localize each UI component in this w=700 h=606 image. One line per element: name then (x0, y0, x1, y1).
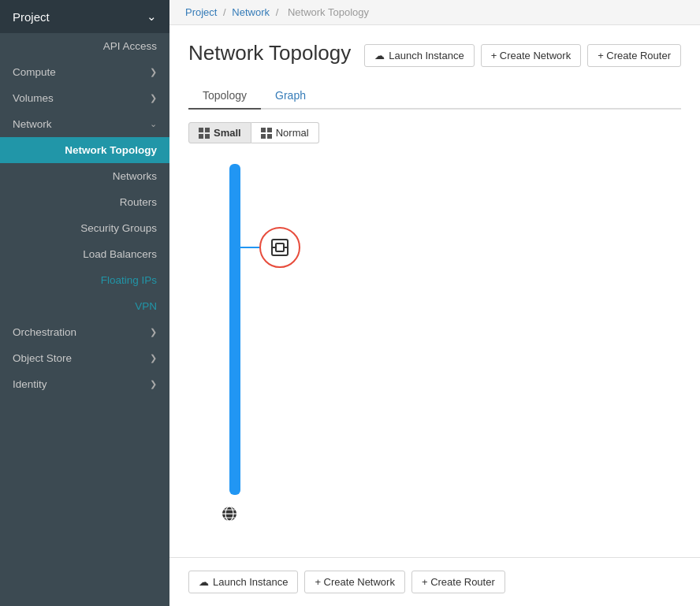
svg-rect-11 (276, 244, 284, 251)
globe-icon (222, 506, 237, 526)
sidebar: Project ⌄ API Access Compute ❯ Volumes ❯… (0, 0, 169, 606)
svg-rect-0 (199, 128, 203, 132)
svg-rect-7 (267, 134, 272, 139)
sidebar-project-chevron: ⌄ (147, 9, 157, 24)
size-small-button[interactable]: Small (188, 122, 251, 143)
sidebar-item-label: Orchestration (13, 326, 76, 338)
sidebar-project-label: Project (13, 10, 50, 24)
footer-launch-instance-button[interactable]: ☁ Launch Instance (188, 571, 298, 593)
page-title: Network Topology (188, 41, 351, 65)
chevron-right-icon: ❯ (150, 353, 157, 363)
svg-rect-3 (205, 134, 210, 139)
router-circle (259, 227, 300, 268)
chevron-right-icon: ❯ (150, 67, 157, 77)
grid-normal-icon (261, 128, 272, 139)
sidebar-item-label: Routers (120, 196, 157, 208)
svg-rect-6 (261, 134, 266, 139)
chevron-right-icon: ❯ (150, 379, 157, 389)
sidebar-item-label: Network (13, 118, 52, 130)
size-normal-button[interactable]: Normal (251, 122, 319, 143)
launch-instance-button[interactable]: ☁ Launch Instance (364, 44, 474, 67)
svg-rect-4 (261, 128, 266, 132)
svg-rect-5 (267, 128, 272, 132)
sidebar-item-label: Load Balancers (83, 248, 157, 260)
sidebar-item-load-balancers[interactable]: Load Balancers (0, 241, 169, 267)
sidebar-item-object-store[interactable]: Object Store ❯ (0, 345, 169, 371)
router-icon (269, 236, 291, 258)
svg-rect-2 (199, 134, 203, 139)
sidebar-item-vpn[interactable]: VPN (0, 293, 169, 319)
tabs-row: Topology Graph (188, 83, 681, 110)
sidebar-item-compute[interactable]: Compute ❯ (0, 59, 169, 85)
header-actions: ☁ Launch Instance + Create Network + Cre… (364, 41, 681, 67)
breadcrumb-project[interactable]: Project (185, 6, 217, 18)
topology-area: public (188, 156, 681, 541)
sidebar-item-identity[interactable]: Identity ❯ (0, 371, 169, 397)
sidebar-item-orchestration[interactable]: Orchestration ❯ (0, 319, 169, 345)
router-connector-line (229, 247, 259, 248)
cloud-upload-icon: ☁ (374, 50, 385, 61)
sidebar-item-routers[interactable]: Routers (0, 189, 169, 215)
create-router-button[interactable]: + Create Router (587, 44, 681, 67)
sidebar-item-label: API Access (103, 40, 157, 52)
footer-create-router-button[interactable]: + Create Router (411, 571, 505, 593)
network-bar: public (229, 164, 240, 495)
sidebar-item-api-access[interactable]: API Access (0, 33, 169, 59)
breadcrumb: Project / Network / Network Topology (169, 0, 700, 25)
breadcrumb-network[interactable]: Network (232, 6, 270, 18)
breadcrumb-sep1: / (223, 6, 226, 18)
breadcrumb-sep2: / (276, 6, 279, 18)
globe-svg (222, 506, 237, 522)
cloud-icon: ☁ (199, 576, 209, 588)
sidebar-item-label: Object Store (13, 352, 72, 364)
footer-actions: ☁ Launch Instance + Create Network + Cre… (169, 557, 700, 606)
network-label: public (266, 322, 277, 354)
sidebar-item-label: VPN (135, 300, 157, 312)
sidebar-item-floating-ips[interactable]: Floating IPs (0, 267, 169, 293)
breadcrumb-current: Network Topology (288, 6, 369, 18)
footer-create-network-button[interactable]: + Create Network (304, 571, 405, 593)
tab-graph[interactable]: Graph (261, 83, 320, 110)
sidebar-item-label: Volumes (13, 92, 54, 104)
chevron-right-icon: ❯ (150, 327, 157, 337)
tab-topology[interactable]: Topology (188, 83, 261, 110)
sidebar-item-label: Identity (13, 378, 47, 390)
content-area: Network Topology ☁ Launch Instance + Cre… (169, 25, 700, 557)
sidebar-item-label: Floating IPs (101, 274, 157, 286)
sidebar-item-label: Compute (13, 66, 56, 78)
main-content: Project / Network / Network Topology Net… (169, 0, 700, 606)
sidebar-item-volumes[interactable]: Volumes ❯ (0, 85, 169, 111)
sidebar-project-header[interactable]: Project ⌄ (0, 0, 169, 33)
router-node[interactable] (259, 227, 300, 268)
sidebar-item-networks[interactable]: Networks (0, 163, 169, 189)
chevron-down-icon: ⌄ (150, 119, 157, 129)
chevron-right-icon: ❯ (150, 93, 157, 103)
create-network-button[interactable]: + Create Network (481, 44, 582, 67)
sidebar-item-security-groups[interactable]: Security Groups (0, 215, 169, 241)
sidebar-item-network-topology[interactable]: Network Topology (0, 137, 169, 163)
sidebar-item-network[interactable]: Network ⌄ (0, 111, 169, 137)
page-header-row: Network Topology ☁ Launch Instance + Cre… (188, 41, 681, 67)
svg-rect-1 (205, 128, 210, 132)
sidebar-item-label: Security Groups (80, 222, 157, 234)
sidebar-item-label: Networks (113, 170, 157, 182)
sidebar-item-label: Network Topology (65, 144, 157, 156)
size-toggle: Small Normal (188, 122, 681, 143)
grid-small-icon (199, 128, 210, 139)
